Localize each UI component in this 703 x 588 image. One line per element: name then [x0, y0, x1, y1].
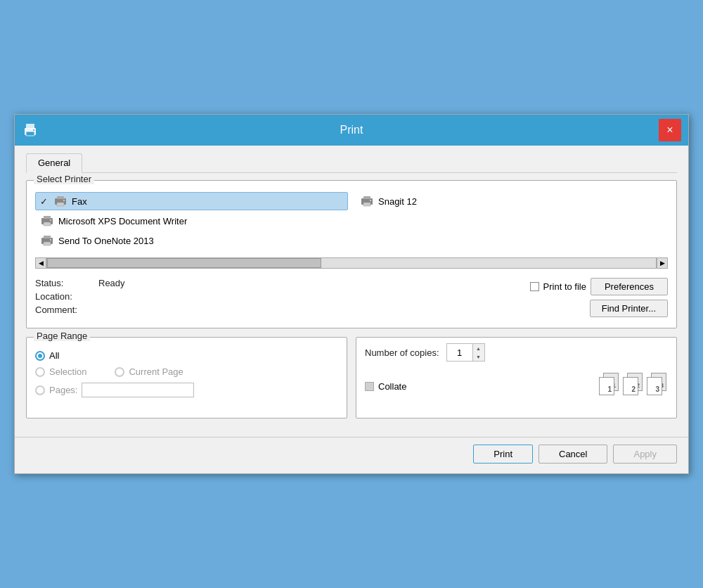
radio-all-label: All [49, 350, 59, 361]
status-label: Status: [35, 278, 98, 288]
printer-item-snagit12[interactable]: Snagit 12 [355, 192, 668, 210]
copies-spinner: ▲ ▼ [446, 343, 485, 362]
printer-name-fax: Fax [72, 196, 87, 207]
copies-group: Number of copies: ▲ ▼ Collate [356, 337, 677, 418]
printer-icon [22, 122, 39, 139]
copies-input[interactable] [447, 345, 472, 360]
status-section: Status: Ready Location: Comment: [35, 278, 668, 318]
radio-all-row: All [35, 350, 338, 361]
collate-icons: 1 1 2 2 3 3 [599, 373, 668, 400]
apply-button[interactable]: Apply [613, 445, 677, 464]
radio-selection-row: Selection [35, 366, 86, 377]
collate-stack-3: 3 3 [647, 373, 668, 400]
select-printer-group: Select Printer ✓ Fax [26, 180, 677, 328]
printer-item-fax[interactable]: ✓ Fax [35, 192, 348, 210]
radio-group: All Selection Current Page [35, 350, 338, 397]
printer-name-snagit12: Snagit 12 [378, 196, 417, 207]
printer-icon-onenote [40, 235, 54, 246]
spinner-up[interactable]: ▲ [473, 344, 484, 352]
copies-label: Number of copies: [365, 347, 439, 358]
find-printer-button[interactable]: Find Printer... [590, 300, 668, 317]
print-button[interactable]: Print [473, 445, 533, 464]
comment-label: Comment: [35, 305, 98, 315]
scroll-left-arrow[interactable]: ◀ [35, 257, 46, 269]
check-mark-fax: ✓ [40, 196, 48, 207]
collate-checkbox[interactable] [365, 382, 374, 391]
status-row: Status: Ready [35, 278, 530, 288]
radio-currentpage[interactable] [115, 367, 124, 377]
printer-item-xps[interactable]: Microsoft XPS Document Writer [35, 212, 348, 230]
printer-name-onenote: Send To OneNote 2013 [58, 236, 154, 246]
scroll-track[interactable] [46, 257, 657, 269]
print-to-file-row: Print to file Preferences [530, 278, 668, 295]
print-to-file-checkbox[interactable] [530, 282, 539, 291]
location-label: Location: [35, 291, 98, 302]
footer: Print Cancel Apply [15, 437, 688, 473]
printer-icon-xps [40, 215, 54, 226]
tab-general[interactable]: General [26, 153, 82, 173]
spinner-arrows: ▲ ▼ [472, 344, 484, 361]
printer-list: ✓ Fax [35, 192, 668, 250]
copies-row: Number of copies: ▲ ▼ [365, 343, 668, 362]
status-value: Ready [98, 278, 125, 288]
title-bar-left [22, 122, 39, 139]
preferences-button[interactable]: Preferences [591, 278, 668, 295]
svg-rect-2 [26, 132, 34, 136]
radio-all-dot [38, 354, 42, 358]
tabs: General [26, 153, 677, 173]
svg-rect-6 [57, 203, 64, 206]
radio-selection[interactable] [35, 367, 45, 377]
printer-item-onenote[interactable]: Send To OneNote 2013 [35, 231, 348, 250]
printer-icon-fax [53, 196, 67, 207]
printer-name-xps: Microsoft XPS Document Writer [58, 216, 187, 226]
title-bar: Print × [15, 115, 688, 146]
svg-rect-18 [44, 242, 51, 245]
collate-stack-1: 1 1 [599, 373, 620, 400]
svg-rect-9 [363, 196, 370, 199]
svg-point-11 [370, 200, 371, 201]
location-row: Location: [35, 291, 530, 302]
page-range-group: Page Range All Selection [26, 337, 347, 418]
svg-rect-13 [44, 216, 51, 219]
select-printer-label: Select Printer [34, 174, 94, 184]
radio-currentpage-label: Current Page [129, 366, 183, 377]
scroll-thumb [47, 258, 321, 268]
radio-selection-label: Selection [49, 366, 86, 377]
pages-input[interactable] [82, 383, 194, 397]
collate-label: Collate [378, 381, 406, 392]
svg-rect-10 [363, 203, 370, 206]
title-center: Print [15, 124, 688, 136]
collate-stack-2: 2 2 [623, 373, 644, 400]
print-to-file-label: Print to file [543, 281, 586, 292]
svg-rect-5 [57, 196, 64, 199]
radio-pages-label: Pages: [49, 385, 77, 395]
radio-pages[interactable] [35, 385, 45, 395]
svg-rect-14 [44, 222, 51, 226]
svg-point-3 [33, 129, 34, 131]
radio-middle-row: Selection Current Page [35, 366, 338, 377]
page-card-front-1: 1 [599, 377, 614, 395]
printer-icon-snagit12 [360, 196, 374, 207]
scroll-right-arrow[interactable]: ▶ [657, 257, 668, 269]
status-right: Print to file Preferences Find Printer..… [530, 278, 668, 317]
cancel-button[interactable]: Cancel [538, 445, 607, 464]
print-dialog: Print × General Select Printer ✓ [14, 114, 689, 474]
spinner-down[interactable]: ▼ [473, 352, 484, 361]
svg-point-19 [50, 239, 51, 241]
dialog-body: General Select Printer ✓ [15, 146, 688, 437]
window-title: Print [340, 124, 363, 136]
radio-all[interactable] [35, 351, 45, 361]
page-range-label: Page Range [34, 331, 90, 341]
svg-point-15 [50, 219, 51, 221]
collate-row: Collate 1 1 2 2 [365, 373, 668, 400]
page-card-front-3: 3 [647, 377, 662, 395]
close-button[interactable]: × [659, 119, 681, 141]
page-card-front-2: 2 [623, 377, 638, 395]
radio-pages-row: Pages: [35, 383, 338, 397]
radio-currentpage-row: Current Page [115, 366, 183, 377]
svg-point-7 [63, 200, 65, 201]
bottom-sections: Page Range All Selection [26, 337, 677, 427]
status-labels: Status: Ready Location: Comment: [35, 278, 530, 318]
svg-rect-1 [26, 124, 34, 129]
svg-rect-17 [44, 236, 51, 238]
